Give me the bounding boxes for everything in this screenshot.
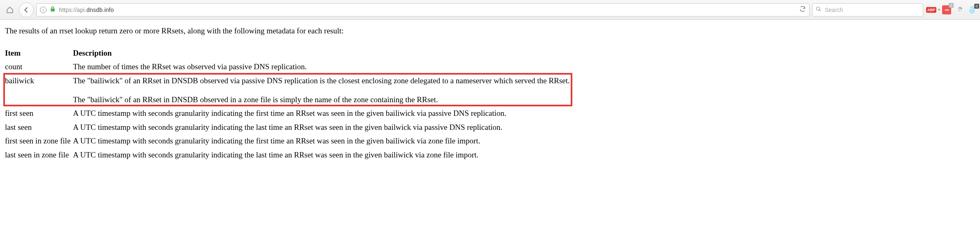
description-cell: The "bailiwick" of an RRset in DNSDB obs… [73, 74, 572, 106]
svg-point-2 [971, 8, 972, 9]
home-icon[interactable] [3, 3, 16, 16]
page-content: The results of an rrset lookup return ze… [0, 20, 980, 168]
header-description: Description [73, 46, 572, 60]
item-cell: last seen [5, 120, 73, 134]
blue-extension-icon[interactable]: 0 [968, 5, 977, 14]
header-item: Item [5, 46, 73, 60]
description-cell: A UTC timestamp with seconds granularity… [73, 120, 572, 134]
item-cell: last seen in zone file [5, 148, 73, 162]
search-placeholder: Search [825, 7, 843, 13]
table-row: last seen in zone file A UTC timestamp w… [5, 148, 572, 162]
gear-icon[interactable] [954, 5, 965, 15]
description-cell: A UTC timestamp with seconds granularity… [73, 148, 572, 162]
intro-text: The results of an rrset lookup return ze… [5, 26, 975, 36]
chevron-down-icon: ▼ [937, 8, 941, 12]
description-cell: A UTC timestamp with seconds granularity… [73, 106, 572, 120]
svg-point-0 [817, 7, 820, 10]
reload-icon[interactable] [799, 6, 806, 14]
item-cell: first seen [5, 106, 73, 120]
back-button[interactable] [19, 2, 34, 17]
lock-icon [50, 6, 56, 13]
red-extension-icon[interactable]: ●●● 2 [941, 5, 952, 15]
table-row: last seen A UTC timestamp with seconds g… [5, 120, 572, 134]
item-cell: count [5, 60, 73, 74]
toolbar-right-icons: ABP ▼ ●●● 2 0 [926, 5, 977, 15]
table-row: count The number of times the RRset was … [5, 60, 572, 74]
url-bar[interactable]: i https://api.dnsdb.info [36, 3, 810, 16]
table-row: first seen A UTC timestamp with seconds … [5, 106, 572, 120]
browser-toolbar: i https://api.dnsdb.info Search ABP ▼ [0, 0, 980, 20]
url-text: https://api.dnsdb.info [59, 7, 114, 13]
abp-extension-icon[interactable]: ABP ▼ [928, 5, 939, 15]
description-cell: The number of times the RRset was observ… [73, 60, 572, 74]
table-row: first seen in zone file A UTC timestamp … [5, 134, 572, 148]
table-row: bailiwick The "bailiwick" of an RRset in… [5, 74, 572, 106]
search-bar[interactable]: Search [812, 3, 923, 16]
extension-badge: 2 [949, 3, 954, 8]
extension-badge: 0 [974, 4, 979, 9]
info-icon[interactable]: i [40, 7, 47, 13]
description-cell: A UTC timestamp with seconds granularity… [73, 134, 572, 148]
search-icon [816, 6, 821, 13]
item-cell: bailiwick [5, 74, 73, 106]
metadata-table: Item Description count The number of tim… [5, 46, 572, 162]
item-cell: first seen in zone file [5, 134, 73, 148]
